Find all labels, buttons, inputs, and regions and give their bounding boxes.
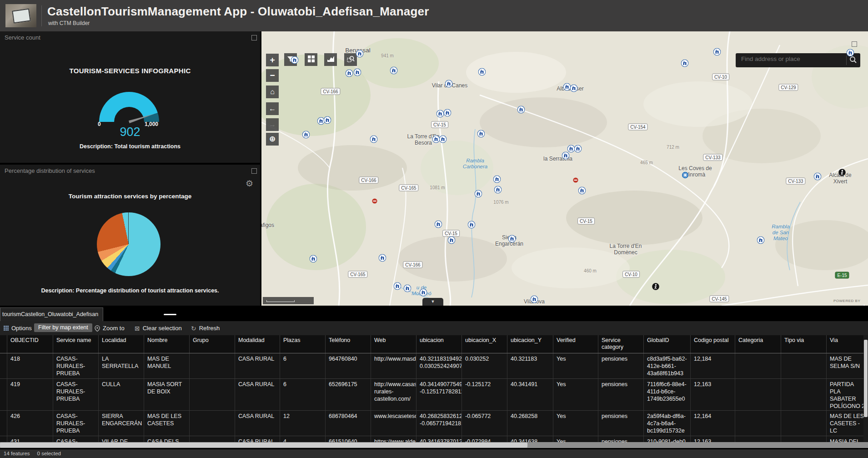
lodging-marker[interactable] xyxy=(445,80,453,90)
column-header[interactable]: Grupo xyxy=(190,335,235,353)
lodging-marker[interactable] xyxy=(468,221,476,231)
selected-count: 0 selected xyxy=(37,451,61,456)
lodging-marker[interactable] xyxy=(578,187,586,196)
map-search-box[interactable] xyxy=(736,53,860,67)
map-panel[interactable]: + − ⌂ ← → ⊕ BenassalVilar de CanesAlbocà… xyxy=(261,31,868,306)
column-header[interactable]: Localidad xyxy=(99,335,144,353)
lodging-marker[interactable] xyxy=(346,70,353,79)
vertical-scrollbar-thumb[interactable] xyxy=(864,340,868,417)
lodging-marker[interactable] xyxy=(404,285,411,294)
column-header[interactable]: Modalidad xyxy=(235,335,280,353)
horizontal-scrollbar[interactable] xyxy=(0,442,868,448)
select-widget-button[interactable] xyxy=(344,53,357,66)
vertical-scrollbar[interactable] xyxy=(863,335,868,442)
clear-selection-button[interactable]: ⊠ Clear selection xyxy=(135,321,182,335)
column-header[interactable]: ubicacion xyxy=(416,335,462,353)
lodging-marker[interactable] xyxy=(517,106,525,116)
lodging-marker[interactable] xyxy=(757,237,765,246)
basemap-widget-button[interactable] xyxy=(305,53,317,66)
column-header[interactable]: Service category xyxy=(598,335,644,353)
home-button[interactable]: ⌂ xyxy=(266,86,279,98)
lodging-marker[interactable] xyxy=(291,56,299,66)
filter-by-map-extent-button[interactable]: Filter by map extent xyxy=(34,323,92,332)
chart-widget-button[interactable] xyxy=(324,53,337,66)
column-header[interactable]: Service name xyxy=(53,335,99,353)
column-header[interactable]: Via xyxy=(827,335,868,353)
lodging-marker[interactable] xyxy=(420,289,427,298)
column-header[interactable]: Web xyxy=(371,335,416,353)
lodging-marker[interactable] xyxy=(439,136,447,145)
column-header[interactable]: Teléfono xyxy=(326,335,371,353)
lodging-marker[interactable] xyxy=(354,69,361,78)
app-title: CastellonTourismManagement App - Oluwato… xyxy=(47,5,429,19)
expand-icon[interactable] xyxy=(251,168,257,174)
lodging-marker[interactable] xyxy=(444,109,452,119)
table-row[interactable]: 431CASAS-RURALES-PRUEBAVILAR DE CANESCAS… xyxy=(0,436,868,442)
pie-chart[interactable] xyxy=(97,212,161,276)
lodging-marker[interactable] xyxy=(478,68,486,78)
column-header[interactable]: GlobalID xyxy=(644,335,691,353)
table-row[interactable]: 419CASAS-RURALES-PRUEBACULLAMASIA SORT D… xyxy=(0,379,868,411)
lodging-marker[interactable] xyxy=(713,48,721,58)
red-marker[interactable] xyxy=(372,197,377,206)
lodging-marker[interactable] xyxy=(302,131,310,141)
lodging-marker[interactable] xyxy=(390,67,398,76)
expand-icon[interactable] xyxy=(251,35,257,40)
lodging-marker[interactable] xyxy=(324,116,331,126)
column-header[interactable]: ubicacion_X xyxy=(462,335,507,353)
lodging-marker[interactable] xyxy=(814,173,822,182)
lodging-marker[interactable] xyxy=(562,152,570,161)
lodging-marker[interactable] xyxy=(379,254,386,264)
lodging-marker[interactable] xyxy=(370,136,378,145)
feature-count: 14 features xyxy=(4,451,30,456)
lodging-marker[interactable] xyxy=(847,49,854,59)
table-collapse-arrow[interactable]: ▼ xyxy=(422,298,443,306)
lodging-marker[interactable] xyxy=(574,145,582,155)
column-header[interactable]: Nombre xyxy=(144,335,190,353)
trail-marker[interactable] xyxy=(838,169,846,178)
table-row[interactable]: 426CASAS-RURALES-PRUEBASIERRA ENGARCERÁN… xyxy=(0,411,868,436)
column-header[interactable]: Tipo via xyxy=(781,335,827,353)
lodging-marker[interactable] xyxy=(508,235,516,245)
column-header[interactable]: OBJECTID xyxy=(7,335,53,353)
lodging-marker[interactable] xyxy=(494,186,502,196)
refresh-button[interactable]: ↻ Refresh xyxy=(191,321,220,335)
map-expand-icon[interactable] xyxy=(852,41,857,47)
horizontal-scrollbar-thumb[interactable] xyxy=(0,443,527,448)
column-header[interactable] xyxy=(0,335,7,353)
column-header[interactable]: Categoria xyxy=(735,335,781,353)
column-header[interactable]: Plazas xyxy=(280,335,326,353)
options-menu[interactable]: Options ▼ xyxy=(4,321,39,335)
lodging-marker[interactable] xyxy=(435,221,442,230)
lodging-marker[interactable] xyxy=(570,85,578,94)
blue-marker[interactable] xyxy=(682,172,689,181)
lodging-marker[interactable] xyxy=(681,60,689,69)
zoom-to-button[interactable]: Zoom to xyxy=(95,321,125,335)
next-extent-button[interactable]: → xyxy=(266,118,279,131)
red-marker[interactable] xyxy=(573,176,578,185)
lodging-marker[interactable] xyxy=(394,282,401,292)
lodging-marker[interactable] xyxy=(531,296,538,305)
table-drag-handle[interactable] xyxy=(164,314,176,315)
trail-marker[interactable] xyxy=(652,283,659,292)
lodging-marker[interactable] xyxy=(477,130,485,140)
road-shield: CV-165 xyxy=(399,185,418,191)
lodging-marker[interactable] xyxy=(475,190,482,200)
table-row[interactable]: 418CASAS-RURALES-PRUEBALA SERRATELLAMAS … xyxy=(0,353,868,379)
lodging-marker[interactable] xyxy=(437,110,444,120)
column-header[interactable]: Verified xyxy=(553,335,598,353)
table-cell: Yes xyxy=(553,436,598,442)
previous-extent-button[interactable]: ← xyxy=(266,102,279,115)
column-header[interactable]: Codigo postal xyxy=(691,335,735,353)
lodging-marker[interactable] xyxy=(356,50,364,60)
lodging-marker[interactable] xyxy=(493,176,501,185)
zoom-in-button[interactable]: + xyxy=(266,54,279,66)
column-header[interactable]: ubicacion_Y xyxy=(507,335,553,353)
table-cell: c8d3a9f5-ba62-412e-b661-43a68f61b943 xyxy=(644,353,691,378)
zoom-out-button[interactable]: − xyxy=(266,69,279,82)
gear-icon[interactable]: ⚙ xyxy=(246,178,253,189)
lodging-marker[interactable] xyxy=(448,237,456,246)
search-input[interactable] xyxy=(740,55,838,63)
lodging-marker[interactable] xyxy=(310,255,317,265)
locate-button[interactable]: ⊕ xyxy=(266,133,279,146)
